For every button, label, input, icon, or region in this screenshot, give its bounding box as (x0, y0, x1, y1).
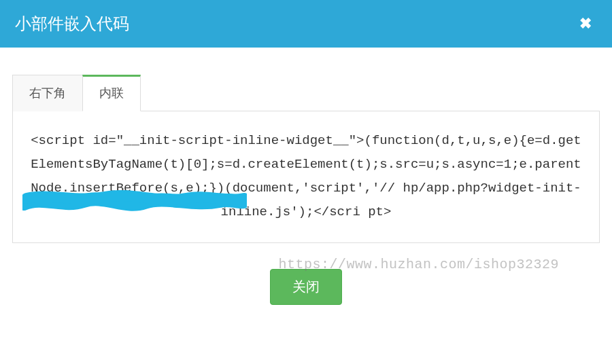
embed-code-block[interactable]: <script id="__init-script-inline-widget_… (28, 129, 584, 225)
close-button[interactable]: 关闭 (270, 269, 342, 305)
tab-content: <script id="__init-script-inline-widget_… (12, 111, 600, 243)
tab-label: 内联 (99, 86, 124, 100)
close-icon[interactable]: ✖ (574, 12, 597, 35)
modal-title: 小部件嵌入代码 (15, 13, 129, 35)
modal-body: 右下角 内联 <script id="__init-script-inline-… (0, 48, 612, 317)
close-button-label: 关闭 (292, 279, 320, 294)
tab-bar: 右下角 内联 (12, 75, 600, 111)
modal-header: 小部件嵌入代码 ✖ (0, 0, 612, 48)
tab-inline[interactable]: 内联 (82, 75, 141, 111)
modal-footer: https://www.huzhan.com/ishop32329 关闭 (12, 269, 600, 305)
tab-bottom-right[interactable]: 右下角 (12, 75, 82, 111)
embed-code-text: <script id="__init-script-inline-widget_… (31, 133, 581, 219)
tab-label: 右下角 (29, 86, 66, 100)
